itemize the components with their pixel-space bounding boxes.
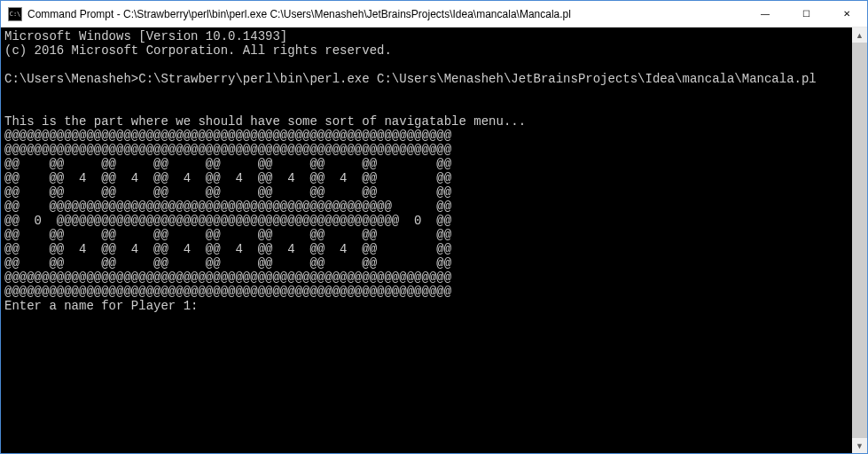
console-line: @@ @@ @@ @@ @@ @@ @@ @@ @@ [4, 185, 451, 200]
titlebar[interactable]: C:\ Command Prompt - C:\Strawberry\perl\… [1, 1, 867, 27]
console-line: @@ 0 @@@@@@@@@@@@@@@@@@@@@@@@@@@@@@@@@@@… [4, 214, 451, 228]
console-line: This is the part where we should have so… [4, 114, 526, 129]
maximize-button[interactable]: ☐ [786, 1, 826, 27]
scroll-track[interactable] [852, 43, 867, 438]
app-icon: C:\ [8, 7, 22, 21]
console-line: @@@@@@@@@@@@@@@@@@@@@@@@@@@@@@@@@@@@@@@@… [4, 285, 451, 299]
vertical-scrollbar[interactable]: ▲ ▼ [852, 27, 867, 453]
close-button[interactable]: ✕ [826, 1, 867, 27]
window-title: Command Prompt - C:\Strawberry\perl\bin\… [27, 8, 745, 20]
minimize-button[interactable]: — [745, 1, 786, 27]
console-line: (c) 2016 Microsoft Corporation. All righ… [4, 43, 392, 58]
console-output[interactable]: Microsoft Windows [Version 10.0.14393] (… [1, 27, 852, 453]
console-line: @@ @@ 4 @@ 4 @@ 4 @@ 4 @@ 4 @@ 4 @@ @@ [4, 242, 451, 256]
console-line: @@@@@@@@@@@@@@@@@@@@@@@@@@@@@@@@@@@@@@@@… [4, 129, 451, 143]
scroll-up-button[interactable]: ▲ [852, 27, 867, 43]
console-line: @@@@@@@@@@@@@@@@@@@@@@@@@@@@@@@@@@@@@@@@… [4, 270, 451, 285]
scroll-down-button[interactable]: ▼ [852, 438, 867, 453]
window: C:\ Command Prompt - C:\Strawberry\perl\… [0, 0, 868, 454]
console-line: @@ @@ 4 @@ 4 @@ 4 @@ 4 @@ 4 @@ 4 @@ @@ [4, 171, 451, 185]
console-line: @@ @@@@@@@@@@@@@@@@@@@@@@@@@@@@@@@@@@@@@… [4, 200, 451, 214]
console-line: @@ @@ @@ @@ @@ @@ @@ @@ @@ [4, 157, 451, 171]
console-line: @@ @@ @@ @@ @@ @@ @@ @@ @@ [4, 256, 451, 270]
scroll-thumb[interactable] [852, 43, 867, 438]
console-line: C:\Users\Menasheh>C:\Strawberry\perl\bin… [4, 72, 817, 86]
console-line: Microsoft Windows [Version 10.0.14393] [4, 29, 287, 43]
console-prompt: Enter a name for Player 1: [4, 299, 198, 313]
console-area: Microsoft Windows [Version 10.0.14393] (… [1, 27, 867, 453]
window-controls: — ☐ ✕ [745, 1, 867, 27]
console-line: @@@@@@@@@@@@@@@@@@@@@@@@@@@@@@@@@@@@@@@@… [4, 143, 451, 157]
console-line: @@ @@ @@ @@ @@ @@ @@ @@ @@ [4, 228, 451, 242]
